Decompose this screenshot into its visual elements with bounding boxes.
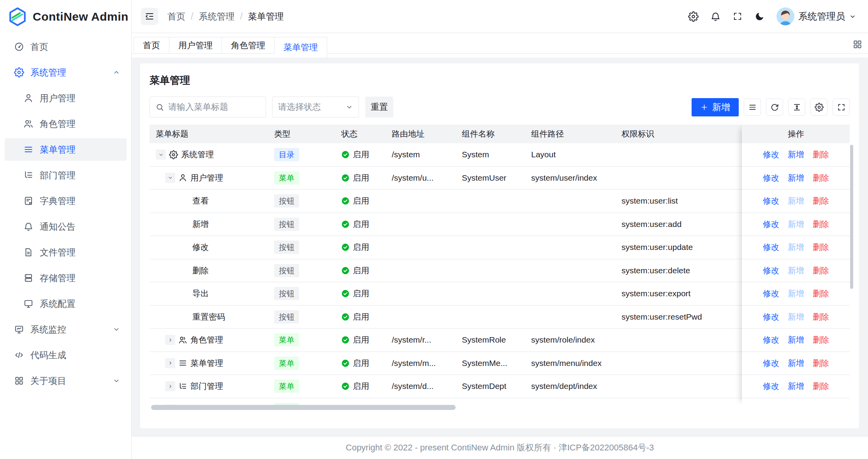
reset-button[interactable]: 重置	[365, 97, 393, 118]
add-link[interactable]: 新增	[788, 311, 804, 322]
column-header: 组件路径	[525, 125, 615, 143]
row-expand-toggle[interactable]	[165, 173, 175, 183]
delete-link[interactable]: 删除	[813, 242, 829, 253]
add-link[interactable]: 新增	[788, 172, 804, 183]
check-circle-icon	[341, 382, 350, 390]
sidebar-item-label: 菜单管理	[40, 144, 76, 156]
row-component-path: system/menu/index	[531, 359, 602, 368]
edit-link[interactable]: 修改	[763, 381, 779, 392]
gear-icon	[688, 11, 699, 22]
copyright-text: Copyright © 2022 - present ContiNew Admi…	[346, 442, 654, 454]
sidebar-item-monitor[interactable]: 系统监控	[5, 318, 127, 341]
delete-link[interactable]: 删除	[813, 404, 829, 405]
status-badge: 启用	[341, 358, 369, 369]
sidebar-collapse-button[interactable]	[141, 8, 158, 25]
row-actions: 修改新增删除	[742, 306, 850, 329]
sidebar-item-home[interactable]: 首页	[5, 35, 127, 58]
sidebar-item-label: 系统配置	[40, 298, 76, 310]
sidebar-item-notice[interactable]: 通知公告	[5, 215, 127, 238]
edit-link[interactable]: 修改	[763, 219, 779, 230]
refresh-button[interactable]	[766, 98, 783, 116]
tab-角色管理[interactable]: 角色管理	[222, 37, 275, 53]
add-link[interactable]: 新增	[788, 242, 804, 253]
add-link[interactable]: 新增	[788, 404, 804, 405]
app-logo[interactable]: ContiNew Admin	[0, 0, 131, 33]
tab-菜单管理[interactable]: 菜单管理	[275, 37, 327, 58]
edit-link[interactable]: 修改	[763, 334, 779, 345]
tab-用户管理[interactable]: 用户管理	[169, 37, 222, 53]
delete-link[interactable]: 删除	[813, 311, 829, 322]
sidebar-item-menu[interactable]: 菜单管理	[5, 138, 127, 161]
sidebar-item-storage[interactable]: 存储管理	[5, 267, 127, 289]
breadcrumb-item-home[interactable]: 首页	[167, 11, 185, 23]
row-actions: 修改新增删除	[742, 236, 850, 259]
delete-link[interactable]: 删除	[813, 381, 829, 392]
add-button[interactable]: 新增	[692, 98, 739, 116]
fullscreen-button[interactable]	[732, 11, 743, 21]
add-link[interactable]: 新增	[788, 334, 804, 345]
row-title: 系统管理	[181, 149, 214, 160]
breadcrumb-item-system[interactable]: 系统管理	[199, 11, 234, 23]
sidebar-item-dict[interactable]: 字典管理	[5, 190, 127, 212]
edit-link[interactable]: 修改	[763, 149, 779, 160]
delete-link[interactable]: 删除	[813, 219, 829, 230]
search-input[interactable]	[168, 102, 260, 112]
type-badge: 菜单	[274, 380, 299, 393]
add-link[interactable]: 新增	[788, 195, 804, 206]
sidebar-item-codegen[interactable]: 代码生成	[5, 344, 127, 366]
add-link[interactable]: 新增	[788, 288, 804, 299]
sidebar-item-about[interactable]: 关于项目	[5, 369, 127, 392]
row-actions: 修改新增删除	[742, 352, 850, 375]
row-expand-toggle[interactable]	[165, 335, 175, 345]
collapse-icon	[144, 11, 155, 21]
table-fullscreen-button[interactable]	[833, 98, 850, 116]
sidebar-item-config[interactable]: 系统配置	[5, 292, 127, 315]
edit-link[interactable]: 修改	[763, 311, 779, 322]
delete-link[interactable]: 删除	[813, 288, 829, 299]
sidebar-item-role[interactable]: 角色管理	[5, 113, 127, 135]
column-list-button[interactable]	[744, 98, 761, 116]
row-height-button[interactable]	[788, 98, 805, 116]
user-menu[interactable]: 系统管理员	[776, 7, 856, 25]
topbar-left: 首页 / 系统管理 / 菜单管理	[141, 8, 284, 25]
edit-link[interactable]: 修改	[763, 288, 779, 299]
add-link[interactable]: 新增	[788, 358, 804, 369]
sidebar: ContiNew Admin 首页系统管理用户管理角色管理菜单管理部门管理字典管…	[0, 0, 132, 459]
add-link[interactable]: 新增	[788, 219, 804, 230]
delete-link[interactable]: 删除	[813, 172, 829, 183]
row-expand-toggle[interactable]	[165, 381, 175, 391]
edit-link[interactable]: 修改	[763, 242, 779, 253]
add-link[interactable]: 新增	[788, 381, 804, 392]
dark-mode-toggle[interactable]	[754, 11, 765, 22]
delete-link[interactable]: 删除	[813, 195, 829, 206]
delete-link[interactable]: 删除	[813, 265, 829, 276]
sidebar-item-file[interactable]: 文件管理	[5, 241, 127, 264]
avatar	[776, 7, 794, 25]
vertical-scrollbar[interactable]	[850, 145, 853, 289]
row-actions: 修改新增删除	[742, 398, 850, 405]
edit-link[interactable]: 修改	[763, 404, 779, 405]
settings-button[interactable]	[688, 11, 699, 22]
sidebar-item-system[interactable]: 系统管理	[5, 61, 127, 84]
edit-link[interactable]: 修改	[763, 195, 779, 206]
add-link[interactable]: 新增	[788, 265, 804, 276]
row-expand-toggle[interactable]	[165, 358, 175, 368]
table-settings-button[interactable]	[810, 98, 828, 116]
add-link[interactable]: 新增	[788, 149, 804, 160]
row-actions: 修改新增删除	[742, 190, 850, 213]
tab-list-button[interactable]	[852, 39, 863, 49]
sidebar-item-user[interactable]: 用户管理	[5, 87, 127, 109]
edit-link[interactable]: 修改	[763, 172, 779, 183]
row-expand-toggle[interactable]	[156, 149, 166, 160]
edit-link[interactable]: 修改	[763, 265, 779, 276]
horizontal-scrollbar[interactable]	[151, 405, 456, 410]
edit-link[interactable]: 修改	[763, 358, 779, 369]
delete-link[interactable]: 删除	[813, 334, 829, 345]
delete-link[interactable]: 删除	[813, 358, 829, 369]
sidebar-item-dept[interactable]: 部门管理	[5, 164, 127, 186]
status-select[interactable]: 请选择状态	[272, 97, 359, 118]
delete-link[interactable]: 删除	[813, 149, 829, 160]
tab-首页[interactable]: 首页	[134, 37, 169, 53]
gear-icon	[169, 150, 178, 159]
notifications-button[interactable]	[710, 11, 721, 22]
